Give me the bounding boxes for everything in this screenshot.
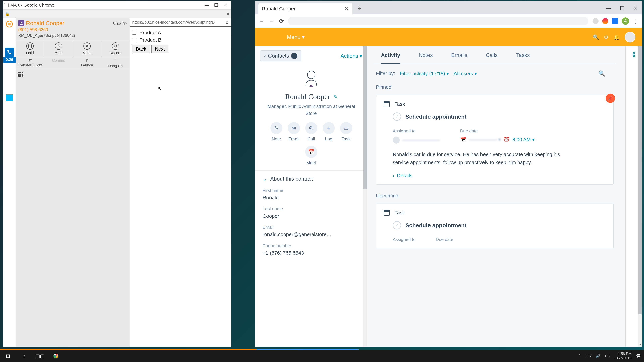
call-action[interactable]: ✆Call [305,122,317,142]
log-action[interactable]: ＋Log [323,122,335,142]
notification-center-icon[interactable]: 💬 [636,354,641,358]
popout-icon[interactable]: ⧉ [226,20,228,25]
expand-icon[interactable]: ≫ [122,20,127,26]
due-date-value[interactable]: —————— ▾ [469,137,501,142]
contact-phone[interactable]: (801) 598-6260 [18,27,127,32]
search-icon[interactable]: 🔍 [598,70,605,77]
chrome-maximize-button[interactable]: ☐ [615,3,629,13]
edit-pencil-icon[interactable]: ✎ [334,94,337,99]
last-name-value[interactable]: Cooper [263,213,360,219]
product-b-checkbox[interactable]: Product B [132,37,228,43]
reload-icon[interactable]: ⟳ [279,17,284,25]
volume-icon[interactable]: 🔊 [596,354,600,358]
chrome-taskbar-icon[interactable] [48,350,64,362]
due-time[interactable]: 8:00 AM ▾ [512,137,535,142]
contact-name: Ronald Cooper [26,20,113,26]
extension-icon[interactable] [602,18,608,24]
checkbox-input[interactable] [132,30,136,34]
record-button[interactable]: ⊙ Record [101,41,130,57]
chrome-close-button[interactable]: ✕ [629,3,642,13]
chrome-minimize-button[interactable]: — [602,3,615,13]
filter-activity-dropdown[interactable]: Filter activity (17/18) ▾ [400,70,449,76]
pinned-task-card[interactable]: 📌 Task ✓ Schedule appointment Assigned t… [376,95,614,185]
mute-icon: ✕ [55,42,62,50]
product-a-checkbox[interactable]: Product A [132,30,228,35]
filter-users-dropdown[interactable]: All users ▾ [454,70,477,76]
hubspot-logo-icon[interactable] [262,32,277,42]
extension-icon[interactable] [592,18,598,24]
assigned-to-value[interactable]: ———————— [393,137,440,144]
tab-calls[interactable]: Calls [486,52,498,64]
max-titlebar[interactable]: MAX - Google Chrome — ☐ ✕ [3,1,231,9]
task-view-icon[interactable]: ▢▢ [32,350,48,362]
details-toggle[interactable]: › Details [393,173,606,178]
phone-value[interactable]: +1 (876) 765 6543 [263,250,360,256]
tab-tasks[interactable]: Tasks [516,52,530,64]
checkbox-input[interactable] [132,38,136,42]
transfer-button[interactable]: ⇄ Transfer / Conf [16,57,44,69]
meet-action[interactable]: 📅Meet [305,146,317,165]
profile-image[interactable] [300,67,322,89]
start-button[interactable]: ⊞ [0,350,16,362]
email-action[interactable]: ✉Email [288,122,300,142]
nav-back-icon[interactable]: ← [258,17,264,25]
mute-button[interactable]: ✕ Mute [44,41,73,57]
contacts-back-button[interactable]: ‹ Contacts [260,50,301,61]
actions-dropdown[interactable]: Actions ▾ [340,53,362,59]
mask-button[interactable]: ✕ Mask [73,41,101,57]
launch-button[interactable]: ⇧ Launch [73,57,101,69]
cortana-icon[interactable]: ○ [16,350,32,362]
tab-emails[interactable]: Emails [451,52,467,64]
close-button[interactable]: ✕ [221,2,230,8]
notifications-bell-icon[interactable]: 🔔 [614,34,620,40]
email-value[interactable]: ronald.cooper@generalstore… [263,232,360,237]
tab-close-icon[interactable]: ✕ [344,5,349,12]
max-window: MAX - Google Chrome — ☐ ✕ 🔒 ■ 0:26 [3,1,231,347]
profile-avatar[interactable]: A [622,17,629,25]
task-complete-checkbox[interactable]: ✓ [393,221,401,229]
system-clock[interactable]: 1:58 PM 10/7/2019 [615,352,632,361]
tray-icon[interactable]: ⌃ [578,354,581,358]
phone-icon[interactable] [5,48,14,57]
task-subject[interactable]: Schedule appointment [405,113,466,120]
next-button[interactable]: Next [152,45,168,53]
hangup-button[interactable]: ⌒ Hang Up [101,57,130,69]
kebab-menu-icon[interactable]: ⋮ [633,17,639,25]
right-scrollbar[interactable] [638,46,642,347]
tab-activity[interactable]: Activity [381,52,400,64]
back-button[interactable]: Back [132,45,150,53]
tray-icon[interactable]: HD [605,354,610,358]
hold-button[interactable]: ❚❚ Hold [16,41,44,57]
video-icon[interactable]: ■ [227,11,230,16]
search-icon[interactable]: 🔍 [593,34,599,40]
minimize-button[interactable]: — [202,2,212,8]
first-name-value[interactable]: Ronald [263,195,360,200]
new-tab-button[interactable]: + [355,4,364,12]
note-action[interactable]: ✎Note [270,122,282,142]
windows-taskbar[interactable]: ⊞ ○ ▢▢ ⌃ HD 🔊 HD 1:58 PM 10/7/2019 💬 [0,350,644,362]
task-complete-checkbox[interactable]: ✓ [393,112,401,121]
status-indicator-icon[interactable] [6,21,13,27]
tray-icon[interactable]: HD [586,354,591,358]
assigned-to-label: Assigned to [393,128,440,134]
settings-gear-icon[interactable]: ⚙ [604,34,608,40]
collapse-panel-icon[interactable]: ⟪ [632,50,636,347]
tab-notes[interactable]: Notes [419,52,433,64]
facebook-icon[interactable] [612,18,618,24]
calendar-icon[interactable]: 📅 [460,137,466,142]
alarm-icon: ⏰ [504,137,510,142]
apps-grid-button[interactable] [16,69,130,79]
left-scrollbar[interactable] [363,46,367,347]
about-section-toggle[interactable]: ⌄ About this contact [263,176,360,182]
maximize-button[interactable]: ☐ [212,2,221,8]
user-avatar[interactable] [625,32,636,42]
pin-icon[interactable]: 📌 [606,93,615,103]
url-input[interactable] [288,17,588,25]
upcoming-section-title: Upcoming [374,191,615,200]
task-action[interactable]: ▭Task [340,122,352,142]
scroll-down-button[interactable]: ▾ [638,343,642,347]
task-subject[interactable]: Schedule appointment [405,222,466,229]
menu-dropdown[interactable]: Menu ▾ [287,34,304,40]
browser-tab[interactable]: Ronald Cooper ✕ [258,3,352,14]
upcoming-task-card[interactable]: Task ✓ Schedule appointment Assigned to … [376,204,614,248]
